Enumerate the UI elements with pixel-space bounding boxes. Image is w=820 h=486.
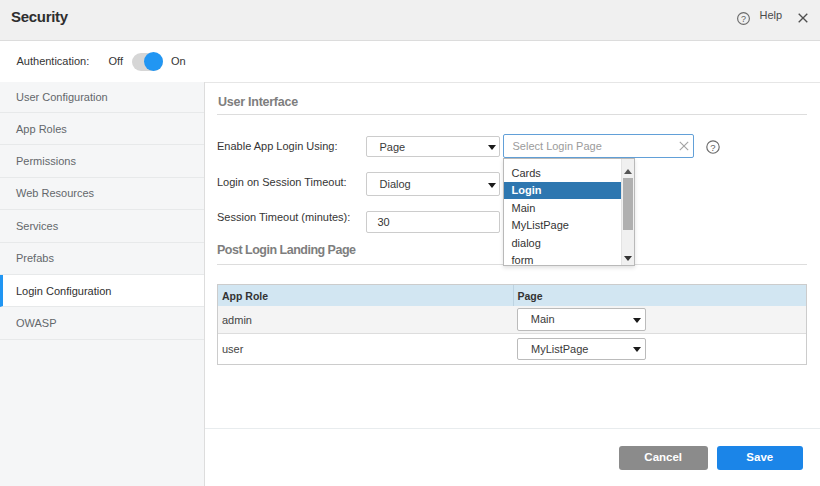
svg-text:?: ? [741, 14, 746, 24]
svg-text:?: ? [710, 142, 715, 153]
